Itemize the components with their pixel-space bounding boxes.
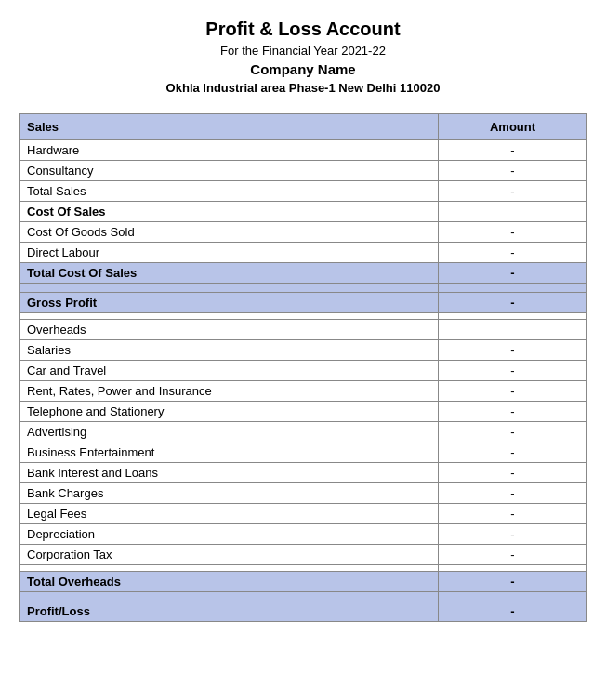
col-header-amount: Amount [439, 114, 587, 140]
row-amount: - [439, 504, 587, 524]
row-label: Business Entertainment [20, 442, 439, 463]
subtitle: For the Financial Year 2021-22 [19, 44, 587, 58]
row-label [20, 284, 439, 293]
row-label: Profit/Loss [20, 601, 439, 622]
table-row: Gross Profit- [20, 293, 587, 313]
row-label: Cost Of Goods Sold [20, 222, 439, 243]
table-row: Rent, Rates, Power and Insurance- [20, 381, 587, 402]
row-label: Consultancy [20, 161, 439, 181]
row-label: Corporation Tax [20, 545, 439, 565]
table-row [20, 565, 587, 572]
row-label: Total Sales [20, 181, 439, 202]
table-row: Total Sales- [20, 181, 587, 202]
row-label: Bank Charges [20, 483, 439, 504]
row-amount: - [439, 483, 587, 504]
table-row: Bank Charges- [20, 483, 587, 504]
main-title: Profit & Loss Account [19, 19, 587, 40]
table-row: Profit/Loss- [20, 601, 587, 622]
row-label: Direct Labour [20, 243, 439, 263]
row-amount: - [439, 243, 587, 263]
row-amount: - [439, 340, 587, 361]
table-row: Depreciation- [20, 524, 587, 545]
table-row: Total Cost Of Sales- [20, 263, 587, 284]
row-amount [439, 313, 587, 320]
table-row: Hardware- [20, 140, 587, 161]
row-amount: - [439, 263, 587, 284]
row-amount: - [439, 181, 587, 202]
table-row: Direct Labour- [20, 243, 587, 263]
row-amount: - [439, 463, 587, 483]
row-amount [439, 592, 587, 601]
row-label [20, 313, 439, 320]
row-label: Advertising [20, 422, 439, 442]
row-label [20, 592, 439, 601]
table-row: Business Entertainment- [20, 442, 587, 463]
row-amount [439, 202, 587, 222]
row-label: Legal Fees [20, 504, 439, 524]
row-amount: - [439, 442, 587, 463]
table-row: Overheads [20, 320, 587, 340]
row-label: Depreciation [20, 524, 439, 545]
table-row: Cost Of Goods Sold- [20, 222, 587, 243]
row-label [20, 565, 439, 572]
table-row: Bank Interest and Loans- [20, 463, 587, 483]
col-header-sales: Sales [20, 114, 439, 140]
row-amount: - [439, 545, 587, 565]
row-label: Total Cost Of Sales [20, 263, 439, 284]
table-row [20, 284, 587, 293]
row-amount: - [439, 572, 587, 592]
table-row: Cost Of Sales [20, 202, 587, 222]
table-row: Corporation Tax- [20, 545, 587, 565]
row-amount [439, 284, 587, 293]
table-row: Legal Fees- [20, 504, 587, 524]
row-amount: - [439, 524, 587, 545]
address: Okhla Industrial area Phase-1 New Delhi … [19, 81, 587, 95]
table-row [20, 313, 587, 320]
row-amount: - [439, 140, 587, 161]
table-row: Advertising- [20, 422, 587, 442]
table-row: Consultancy- [20, 161, 587, 181]
row-label: Rent, Rates, Power and Insurance [20, 381, 439, 402]
table-row: Telephone and Stationery- [20, 402, 587, 422]
profit-loss-table: Sales Amount Hardware-Consultancy-Total … [19, 113, 587, 622]
row-amount: - [439, 361, 587, 381]
table-row [20, 592, 587, 601]
company-name: Company Name [19, 61, 587, 77]
row-label: Bank Interest and Loans [20, 463, 439, 483]
row-amount: - [439, 402, 587, 422]
row-amount: - [439, 293, 587, 313]
row-label: Total Overheads [20, 572, 439, 592]
row-amount: - [439, 222, 587, 243]
row-amount [439, 565, 587, 572]
row-label: Car and Travel [20, 361, 439, 381]
row-amount: - [439, 161, 587, 181]
row-amount: - [439, 381, 587, 402]
table-row: Salaries- [20, 340, 587, 361]
row-amount: - [439, 422, 587, 442]
row-label: Overheads [20, 320, 439, 340]
row-label: Gross Profit [20, 293, 439, 313]
row-amount [439, 320, 587, 340]
row-label: Telephone and Stationery [20, 402, 439, 422]
table-row: Total Overheads- [20, 572, 587, 592]
row-amount: - [439, 601, 587, 622]
row-label: Cost Of Sales [20, 202, 439, 222]
row-label: Hardware [20, 140, 439, 161]
table-row: Car and Travel- [20, 361, 587, 381]
row-label: Salaries [20, 340, 439, 361]
